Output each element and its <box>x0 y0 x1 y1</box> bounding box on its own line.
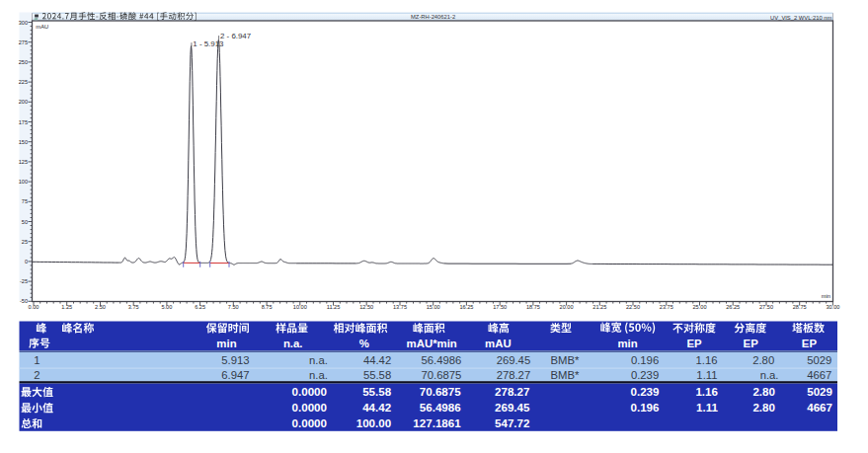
svg-text:5.00: 5.00 <box>161 304 172 310</box>
svg-text:200: 200 <box>19 99 28 105</box>
svg-text:n.a.: n.a. <box>309 369 328 381</box>
svg-text:2.50: 2.50 <box>95 304 106 310</box>
svg-text:n.a.: n.a. <box>283 338 303 349</box>
svg-text:23.75: 23.75 <box>660 304 673 310</box>
svg-text:1.16: 1.16 <box>696 354 718 366</box>
svg-text:1.16: 1.16 <box>695 385 718 398</box>
svg-text:278.27: 278.27 <box>497 369 531 381</box>
svg-text:75: 75 <box>22 198 28 204</box>
svg-text:70.6875: 70.6875 <box>420 385 461 398</box>
svg-text:55.58: 55.58 <box>362 385 392 398</box>
svg-text:15.00: 15.00 <box>427 304 440 310</box>
svg-text:56.4986: 56.4986 <box>420 401 461 414</box>
svg-text:mAU: mAU <box>36 24 48 30</box>
svg-text:n.a.: n.a. <box>309 354 328 366</box>
svg-text:275: 275 <box>19 39 28 45</box>
svg-text:44.42: 44.42 <box>362 401 391 414</box>
svg-text:10.00: 10.00 <box>293 304 307 310</box>
svg-text:0: 0 <box>25 259 28 264</box>
svg-text:6.947: 6.947 <box>221 369 249 381</box>
svg-text:150: 150 <box>19 139 28 145</box>
svg-text:225: 225 <box>19 79 28 85</box>
svg-text:1.11: 1.11 <box>696 401 718 414</box>
svg-text:0.196: 0.196 <box>630 401 660 414</box>
svg-text:547.72: 547.72 <box>495 416 529 429</box>
svg-text:26.25: 26.25 <box>726 304 740 310</box>
svg-text:4667: 4667 <box>807 369 831 381</box>
svg-text:1.25: 1.25 <box>61 304 72 310</box>
svg-text:100: 100 <box>19 179 28 185</box>
svg-text:25: 25 <box>22 239 28 245</box>
svg-text:2: 2 <box>34 369 39 381</box>
svg-text:2.80: 2.80 <box>752 354 774 366</box>
svg-text:250: 250 <box>19 59 28 65</box>
svg-text:17.50: 17.50 <box>493 304 507 310</box>
svg-text:13.75: 13.75 <box>393 304 407 310</box>
svg-text:0.0000: 0.0000 <box>292 416 327 429</box>
svg-text:269.45: 269.45 <box>495 401 530 414</box>
svg-text:BMB*: BMB* <box>551 369 580 381</box>
svg-text:16.25: 16.25 <box>459 304 473 310</box>
svg-text:1 - 5.913: 1 - 5.913 <box>193 39 224 48</box>
svg-text:21.25: 21.25 <box>592 304 606 310</box>
svg-text:100.00: 100.00 <box>356 416 391 429</box>
svg-text:56.4986: 56.4986 <box>422 354 462 366</box>
svg-text:300: 300 <box>19 20 28 26</box>
svg-text:min: min <box>822 293 830 299</box>
svg-text:127.1861: 127.1861 <box>413 416 461 429</box>
svg-text:EP: EP <box>744 338 759 349</box>
svg-text:27.50: 27.50 <box>759 304 773 310</box>
svg-text:28.75: 28.75 <box>793 304 807 310</box>
svg-text:55.58: 55.58 <box>363 369 391 381</box>
svg-text:20.00: 20.00 <box>560 304 574 310</box>
svg-text:50: 50 <box>22 219 28 225</box>
svg-text:min: min <box>617 338 637 349</box>
svg-text:6.25: 6.25 <box>195 304 205 310</box>
svg-text:0.239: 0.239 <box>631 369 659 381</box>
svg-text:18.75: 18.75 <box>526 304 540 310</box>
svg-text:25.00: 25.00 <box>693 304 707 310</box>
svg-text:-50: -50 <box>20 298 28 304</box>
svg-text:30.00: 30.00 <box>826 304 839 310</box>
svg-text:5.913: 5.913 <box>221 354 249 366</box>
svg-text:UV_VIS_2 WVL:210 nm: UV_VIS_2 WVL:210 nm <box>770 15 831 21</box>
svg-text:2.80: 2.80 <box>752 401 775 414</box>
svg-text:2 - 6.947: 2 - 6.947 <box>220 32 251 40</box>
svg-text:2.80: 2.80 <box>752 385 775 398</box>
svg-text:n.a.: n.a. <box>760 369 779 381</box>
svg-text:278.27: 278.27 <box>495 385 529 398</box>
svg-text:44.42: 44.42 <box>363 354 391 366</box>
svg-text:EP: EP <box>802 338 818 349</box>
svg-text:0.196: 0.196 <box>631 354 659 366</box>
svg-text:BMB*: BMB* <box>551 354 580 366</box>
svg-text:EP: EP <box>686 338 702 349</box>
svg-text:0.0000: 0.0000 <box>292 401 327 414</box>
svg-text:125: 125 <box>19 159 28 165</box>
svg-text:4667: 4667 <box>807 401 832 414</box>
svg-text:0.239: 0.239 <box>630 385 660 398</box>
svg-text:min: min <box>216 338 236 349</box>
svg-text:269.45: 269.45 <box>497 354 531 366</box>
svg-text:175: 175 <box>19 119 28 125</box>
svg-text:-25: -25 <box>20 278 28 284</box>
svg-text:12.50: 12.50 <box>359 304 373 310</box>
svg-text:3.75: 3.75 <box>128 304 139 310</box>
svg-text:7.50: 7.50 <box>228 304 239 310</box>
svg-text:mAU: mAU <box>485 338 512 349</box>
svg-text:1: 1 <box>34 354 39 366</box>
svg-text:5029: 5029 <box>807 354 831 366</box>
svg-text:22.50: 22.50 <box>626 304 640 310</box>
svg-text:0.00: 0.00 <box>29 304 39 310</box>
svg-text:mAU*min: mAU*min <box>407 338 457 349</box>
svg-text:1.11: 1.11 <box>696 369 717 381</box>
svg-text:MZ-RH-240621-2: MZ-RH-240621-2 <box>411 14 455 20</box>
svg-text:11.25: 11.25 <box>327 304 341 310</box>
svg-text:8.75: 8.75 <box>262 304 273 310</box>
svg-text:70.6875: 70.6875 <box>422 369 462 381</box>
svg-text:0.0000: 0.0000 <box>292 385 327 398</box>
svg-text:5029: 5029 <box>807 385 832 398</box>
svg-text:%: % <box>359 338 369 349</box>
